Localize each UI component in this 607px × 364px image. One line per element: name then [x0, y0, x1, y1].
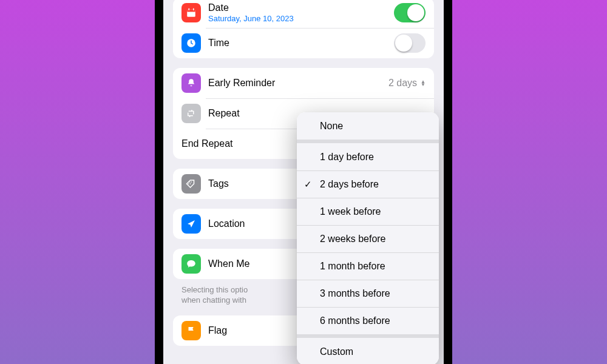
early-reminder-menu: None1 day before✓2 days before1 week bef…: [297, 112, 439, 364]
menu-item[interactable]: 3 months before: [297, 280, 439, 307]
bell-icon: [181, 73, 201, 93]
check-icon: ✓: [304, 179, 312, 190]
early-reminder-value: 2 days: [388, 78, 417, 89]
svg-rect-2: [189, 8, 190, 11]
menu-group: Custom: [297, 334, 439, 364]
datetime-card: Date Saturday, June 10, 2023 Time: [173, 0, 434, 58]
message-icon: [181, 254, 201, 274]
clock-icon: [181, 33, 201, 53]
flag-icon: [181, 321, 201, 340]
tag-icon: [181, 174, 201, 194]
date-toggle[interactable]: [394, 3, 426, 22]
calendar-icon: [181, 3, 201, 22]
time-row[interactable]: Time: [173, 28, 434, 58]
menu-item-label: None: [320, 121, 343, 132]
menu-item[interactable]: 1 month before: [297, 252, 439, 280]
phone-frame: Date Saturday, June 10, 2023 Time: [155, 0, 452, 364]
menu-group: 1 day before✓2 days before1 week before2…: [297, 140, 439, 334]
date-value: Saturday, June 10, 2023: [208, 14, 394, 24]
location-arrow-icon: [181, 214, 201, 234]
svg-rect-1: [187, 10, 195, 12]
menu-item[interactable]: 1 day before: [297, 143, 439, 170]
time-label: Time: [208, 37, 394, 49]
menu-item[interactable]: 2 weeks before: [297, 225, 439, 252]
menu-item-label: 1 month before: [320, 261, 385, 272]
screen: Date Saturday, June 10, 2023 Time: [163, 0, 444, 364]
early-reminder-row[interactable]: Early Reminder 2 days ▲▼: [173, 68, 434, 98]
menu-item-label: 3 months before: [320, 288, 390, 299]
menu-item[interactable]: None: [297, 112, 439, 140]
menu-item[interactable]: 6 months before: [297, 307, 439, 334]
early-reminder-label: Early Reminder: [208, 77, 388, 89]
menu-item[interactable]: Custom: [297, 338, 439, 364]
menu-item[interactable]: ✓2 days before: [297, 170, 439, 198]
menu-item-label: 2 days before: [320, 179, 379, 190]
menu-item-label: 1 week before: [320, 206, 381, 217]
time-toggle[interactable]: [394, 33, 426, 53]
menu-item-label: 2 weeks before: [320, 234, 386, 244]
date-label: Date: [208, 2, 394, 13]
menu-item-label: 1 day before: [320, 152, 374, 163]
menu-group: None: [297, 112, 439, 140]
date-row[interactable]: Date Saturday, June 10, 2023: [173, 0, 434, 28]
repeat-icon: [181, 104, 201, 123]
chevron-updown-icon: ▲▼: [421, 80, 426, 86]
menu-item-label: 6 months before: [320, 315, 390, 326]
svg-rect-3: [193, 8, 194, 11]
menu-item-label: Custom: [320, 346, 353, 357]
menu-item[interactable]: 1 week before: [297, 198, 439, 225]
